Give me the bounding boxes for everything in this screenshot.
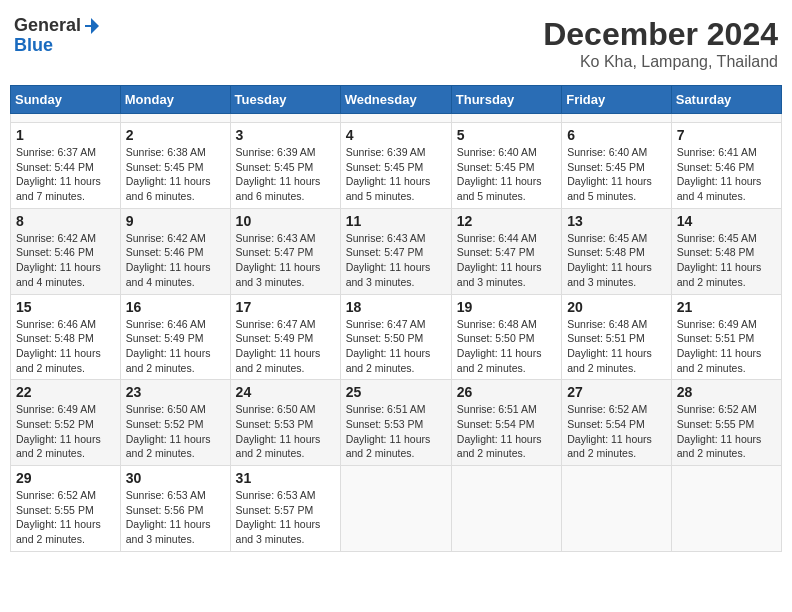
day-info: Sunrise: 6:45 AMSunset: 5:48 PMDaylight:…: [567, 231, 666, 290]
calendar-cell-w1-d2: 3Sunrise: 6:39 AMSunset: 5:45 PMDaylight…: [230, 123, 340, 209]
day-info: Sunrise: 6:52 AMSunset: 5:55 PMDaylight:…: [16, 488, 115, 547]
svg-marker-0: [85, 18, 99, 34]
calendar-cell-w2-d2: 10Sunrise: 6:43 AMSunset: 5:47 PMDayligh…: [230, 208, 340, 294]
calendar-cell-w0-d2: [230, 114, 340, 123]
day-info: Sunrise: 6:45 AMSunset: 5:48 PMDaylight:…: [677, 231, 776, 290]
day-number: 15: [16, 299, 115, 315]
day-number: 10: [236, 213, 335, 229]
calendar-cell-w3-d3: 18Sunrise: 6:47 AMSunset: 5:50 PMDayligh…: [340, 294, 451, 380]
day-number: 19: [457, 299, 556, 315]
day-number: 29: [16, 470, 115, 486]
calendar-cell-w4-d2: 24Sunrise: 6:50 AMSunset: 5:53 PMDayligh…: [230, 380, 340, 466]
logo-icon: [82, 17, 100, 35]
day-number: 7: [677, 127, 776, 143]
calendar-cell-w1-d6: 7Sunrise: 6:41 AMSunset: 5:46 PMDaylight…: [671, 123, 781, 209]
day-info: Sunrise: 6:48 AMSunset: 5:51 PMDaylight:…: [567, 317, 666, 376]
day-number: 3: [236, 127, 335, 143]
calendar-cell-w0-d0: [11, 114, 121, 123]
calendar-week-5: 29Sunrise: 6:52 AMSunset: 5:55 PMDayligh…: [11, 466, 782, 552]
col-thursday: Thursday: [451, 86, 561, 114]
day-info: Sunrise: 6:44 AMSunset: 5:47 PMDaylight:…: [457, 231, 556, 290]
day-number: 1: [16, 127, 115, 143]
calendar-cell-w1-d3: 4Sunrise: 6:39 AMSunset: 5:45 PMDaylight…: [340, 123, 451, 209]
calendar-cell-w5-d0: 29Sunrise: 6:52 AMSunset: 5:55 PMDayligh…: [11, 466, 121, 552]
calendar-cell-w4-d4: 26Sunrise: 6:51 AMSunset: 5:54 PMDayligh…: [451, 380, 561, 466]
day-number: 12: [457, 213, 556, 229]
calendar-cell-w5-d2: 31Sunrise: 6:53 AMSunset: 5:57 PMDayligh…: [230, 466, 340, 552]
day-info: Sunrise: 6:40 AMSunset: 5:45 PMDaylight:…: [567, 145, 666, 204]
calendar-week-3: 15Sunrise: 6:46 AMSunset: 5:48 PMDayligh…: [11, 294, 782, 380]
calendar-cell-w4-d5: 27Sunrise: 6:52 AMSunset: 5:54 PMDayligh…: [562, 380, 672, 466]
calendar-cell-w2-d4: 12Sunrise: 6:44 AMSunset: 5:47 PMDayligh…: [451, 208, 561, 294]
calendar-cell-w1-d5: 6Sunrise: 6:40 AMSunset: 5:45 PMDaylight…: [562, 123, 672, 209]
day-info: Sunrise: 6:52 AMSunset: 5:54 PMDaylight:…: [567, 402, 666, 461]
day-info: Sunrise: 6:47 AMSunset: 5:49 PMDaylight:…: [236, 317, 335, 376]
page-header: General Blue December 2024 Ko Kha, Lampa…: [10, 10, 782, 77]
calendar-cell-w2-d0: 8Sunrise: 6:42 AMSunset: 5:46 PMDaylight…: [11, 208, 121, 294]
day-info: Sunrise: 6:42 AMSunset: 5:46 PMDaylight:…: [16, 231, 115, 290]
day-info: Sunrise: 6:53 AMSunset: 5:56 PMDaylight:…: [126, 488, 225, 547]
col-tuesday: Tuesday: [230, 86, 340, 114]
calendar-table: Sunday Monday Tuesday Wednesday Thursday…: [10, 85, 782, 552]
day-info: Sunrise: 6:41 AMSunset: 5:46 PMDaylight:…: [677, 145, 776, 204]
logo-general-text: General: [14, 15, 81, 35]
calendar-header-row: Sunday Monday Tuesday Wednesday Thursday…: [11, 86, 782, 114]
day-number: 28: [677, 384, 776, 400]
day-number: 16: [126, 299, 225, 315]
day-info: Sunrise: 6:48 AMSunset: 5:50 PMDaylight:…: [457, 317, 556, 376]
day-info: Sunrise: 6:52 AMSunset: 5:55 PMDaylight:…: [677, 402, 776, 461]
day-number: 9: [126, 213, 225, 229]
calendar-cell-w5-d4: [451, 466, 561, 552]
calendar-cell-w5-d5: [562, 466, 672, 552]
calendar-cell-w4-d3: 25Sunrise: 6:51 AMSunset: 5:53 PMDayligh…: [340, 380, 451, 466]
day-number: 21: [677, 299, 776, 315]
day-info: Sunrise: 6:53 AMSunset: 5:57 PMDaylight:…: [236, 488, 335, 547]
calendar-cell-w2-d1: 9Sunrise: 6:42 AMSunset: 5:46 PMDaylight…: [120, 208, 230, 294]
calendar-cell-w5-d1: 30Sunrise: 6:53 AMSunset: 5:56 PMDayligh…: [120, 466, 230, 552]
day-info: Sunrise: 6:37 AMSunset: 5:44 PMDaylight:…: [16, 145, 115, 204]
day-info: Sunrise: 6:50 AMSunset: 5:53 PMDaylight:…: [236, 402, 335, 461]
calendar-cell-w4-d0: 22Sunrise: 6:49 AMSunset: 5:52 PMDayligh…: [11, 380, 121, 466]
day-number: 23: [126, 384, 225, 400]
calendar-week-4: 22Sunrise: 6:49 AMSunset: 5:52 PMDayligh…: [11, 380, 782, 466]
day-number: 5: [457, 127, 556, 143]
calendar-cell-w3-d2: 17Sunrise: 6:47 AMSunset: 5:49 PMDayligh…: [230, 294, 340, 380]
day-info: Sunrise: 6:49 AMSunset: 5:52 PMDaylight:…: [16, 402, 115, 461]
day-info: Sunrise: 6:43 AMSunset: 5:47 PMDaylight:…: [346, 231, 446, 290]
calendar-week-2: 8Sunrise: 6:42 AMSunset: 5:46 PMDaylight…: [11, 208, 782, 294]
col-sunday: Sunday: [11, 86, 121, 114]
calendar-cell-w3-d1: 16Sunrise: 6:46 AMSunset: 5:49 PMDayligh…: [120, 294, 230, 380]
day-info: Sunrise: 6:49 AMSunset: 5:51 PMDaylight:…: [677, 317, 776, 376]
day-number: 8: [16, 213, 115, 229]
calendar-title: December 2024: [543, 16, 778, 53]
day-info: Sunrise: 6:42 AMSunset: 5:46 PMDaylight:…: [126, 231, 225, 290]
day-info: Sunrise: 6:46 AMSunset: 5:49 PMDaylight:…: [126, 317, 225, 376]
calendar-cell-w0-d1: [120, 114, 230, 123]
day-number: 17: [236, 299, 335, 315]
calendar-week-0: [11, 114, 782, 123]
day-number: 18: [346, 299, 446, 315]
day-info: Sunrise: 6:47 AMSunset: 5:50 PMDaylight:…: [346, 317, 446, 376]
day-number: 20: [567, 299, 666, 315]
calendar-cell-w5-d3: [340, 466, 451, 552]
day-number: 22: [16, 384, 115, 400]
day-info: Sunrise: 6:39 AMSunset: 5:45 PMDaylight:…: [346, 145, 446, 204]
day-number: 30: [126, 470, 225, 486]
calendar-cell-w2-d5: 13Sunrise: 6:45 AMSunset: 5:48 PMDayligh…: [562, 208, 672, 294]
calendar-cell-w3-d5: 20Sunrise: 6:48 AMSunset: 5:51 PMDayligh…: [562, 294, 672, 380]
calendar-cell-w5-d6: [671, 466, 781, 552]
day-number: 24: [236, 384, 335, 400]
calendar-cell-w3-d4: 19Sunrise: 6:48 AMSunset: 5:50 PMDayligh…: [451, 294, 561, 380]
day-number: 26: [457, 384, 556, 400]
calendar-cell-w3-d0: 15Sunrise: 6:46 AMSunset: 5:48 PMDayligh…: [11, 294, 121, 380]
col-monday: Monday: [120, 86, 230, 114]
day-info: Sunrise: 6:46 AMSunset: 5:48 PMDaylight:…: [16, 317, 115, 376]
calendar-cell-w2-d6: 14Sunrise: 6:45 AMSunset: 5:48 PMDayligh…: [671, 208, 781, 294]
calendar-week-1: 1Sunrise: 6:37 AMSunset: 5:44 PMDaylight…: [11, 123, 782, 209]
calendar-cell-w4-d6: 28Sunrise: 6:52 AMSunset: 5:55 PMDayligh…: [671, 380, 781, 466]
calendar-cell-w1-d4: 5Sunrise: 6:40 AMSunset: 5:45 PMDaylight…: [451, 123, 561, 209]
day-info: Sunrise: 6:39 AMSunset: 5:45 PMDaylight:…: [236, 145, 335, 204]
day-info: Sunrise: 6:51 AMSunset: 5:53 PMDaylight:…: [346, 402, 446, 461]
day-number: 2: [126, 127, 225, 143]
col-friday: Friday: [562, 86, 672, 114]
